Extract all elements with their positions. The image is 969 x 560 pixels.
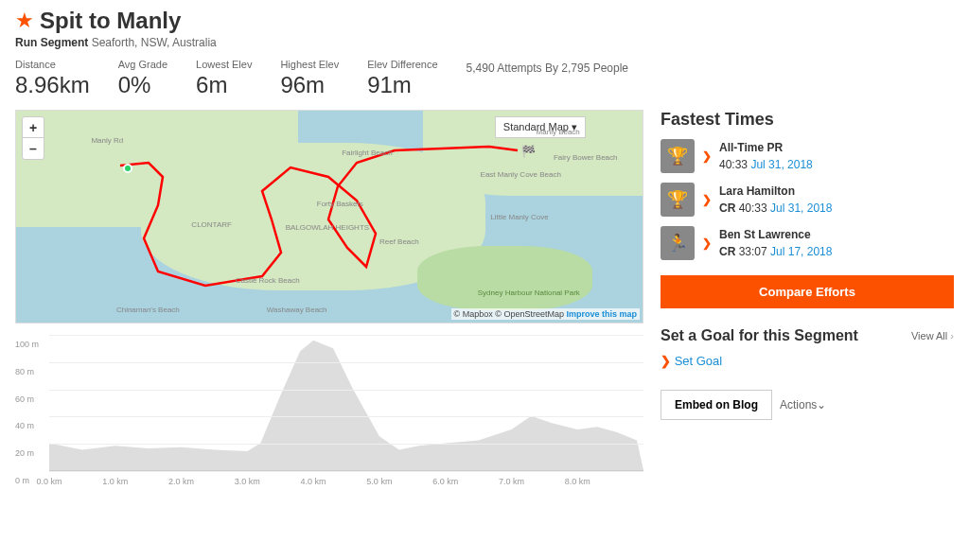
map-label: Reef Beach [379, 237, 419, 246]
stat-label: Distance [15, 59, 90, 70]
map-attribution: © Mapbox © OpenStreetMap Improve this ma… [451, 308, 640, 320]
map-label: Castle Rock Beach [236, 276, 300, 285]
x-tick: 7.0 km [499, 477, 524, 486]
x-tick: 1.0 km [102, 477, 128, 486]
map-label: Manly Beach [537, 128, 580, 136]
goal-heading: Set a Goal for this Segment [661, 327, 858, 344]
compare-efforts-button[interactable]: Compare Efforts [661, 275, 954, 308]
record-item[interactable]: 🏆❯All-Time PR 40:33 Jul 31, 2018 [661, 139, 954, 173]
star-icon[interactable]: ★ [15, 9, 34, 33]
set-goal-link[interactable]: Set Goal [661, 354, 722, 368]
page-title: Spit to Manly [40, 8, 181, 34]
end-marker-icon: 🏁 [521, 145, 536, 158]
y-tick: 60 m [15, 394, 34, 404]
x-tick: 2.0 km [168, 477, 194, 486]
x-tick: 0.0 km [36, 477, 62, 486]
map-label: BALGOWLAH HEIGHTS [286, 223, 369, 232]
map-label: Forty Baskets [317, 200, 363, 208]
elevation-chart[interactable]: 0 m20 m40 m60 m80 m100 m 0.0 km1.0 km2.0… [15, 335, 643, 486]
stat-lowest: 6m [196, 72, 252, 98]
map-label: Sydney Harbour National Park [478, 289, 580, 297]
start-marker-icon [123, 164, 132, 173]
map-label: Fairlight Beach [342, 149, 392, 157]
map-label: Fairy Bower Beach [554, 153, 618, 162]
stat-label: Elev Difference [367, 59, 437, 70]
map-label: Little Manly Cove [490, 213, 548, 221]
y-tick: 100 m [15, 340, 39, 349]
stat-distance: 8.96km [15, 72, 90, 98]
avatar: 🏆 [661, 183, 695, 217]
stat-label: Highest Elev [280, 59, 339, 70]
map-label: Manly Rd [91, 136, 123, 145]
attempts-text: 5,490 Attempts By 2,795 People [467, 61, 628, 98]
map[interactable]: 🏁 + – Standard Map Manly Rd Fairlight Be… [15, 110, 643, 324]
avatar: 🏆 [661, 139, 695, 173]
map-label: Chinaman's Beach [116, 306, 180, 314]
stat-label: Lowest Elev [196, 59, 252, 70]
avatar: 🏃 [661, 226, 695, 260]
y-tick: 80 m [15, 367, 34, 376]
y-tick: 40 m [15, 421, 34, 430]
stat-grade: 0% [118, 72, 167, 98]
record-item[interactable]: 🏃❯Ben St LawrenceCR 33:07 Jul 17, 2018 [661, 226, 954, 260]
chevron-icon: ❯ [702, 236, 712, 250]
zoom-out-button[interactable]: – [23, 138, 44, 159]
stat-diff: 91m [367, 72, 437, 98]
actions-dropdown[interactable]: Actions [780, 390, 826, 420]
map-label: CLONTARF [191, 220, 232, 229]
view-all-link[interactable]: View All [911, 330, 954, 341]
embed-button[interactable]: Embed on Blog [661, 390, 772, 420]
x-tick: 4.0 km [301, 477, 326, 486]
segment-subtitle: Run Segment Seaforth, NSW, Australia [15, 36, 954, 49]
stat-label: Avg Grade [118, 59, 167, 70]
x-tick: 6.0 km [432, 477, 458, 486]
zoom-in-button[interactable]: + [23, 117, 44, 138]
elevation-area [49, 335, 643, 470]
y-tick: 0 m [15, 476, 29, 485]
map-label: East Manly Cove Beach [481, 170, 561, 179]
improve-map-link[interactable]: Improve this map [566, 309, 637, 319]
chevron-icon: ❯ [702, 193, 712, 206]
stats-row: Distance8.96km Avg Grade0% Lowest Elev6m… [15, 59, 954, 98]
map-label: Washaway Beach [267, 306, 327, 314]
x-tick: 3.0 km [235, 477, 260, 486]
stat-highest: 96m [280, 72, 339, 98]
chevron-icon: ❯ [702, 149, 712, 163]
record-item[interactable]: 🏆❯Lara HamiltonCR 40:33 Jul 31, 2018 [661, 183, 954, 217]
x-tick: 5.0 km [366, 477, 392, 486]
fastest-heading: Fastest Times [661, 110, 954, 130]
zoom-controls: + – [22, 116, 44, 160]
y-tick: 20 m [15, 448, 34, 458]
x-tick: 8.0 km [565, 477, 590, 486]
